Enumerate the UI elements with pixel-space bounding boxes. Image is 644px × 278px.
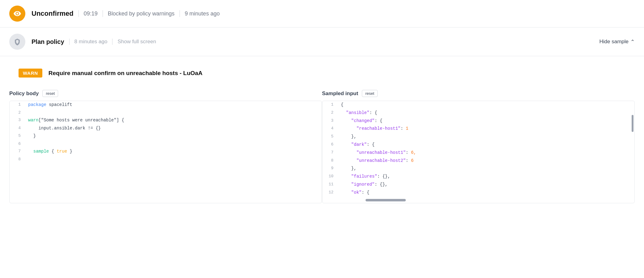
code-line-3: 3 warn["Some hosts were unreachable"] { xyxy=(10,116,322,124)
si-num-2: 2 xyxy=(322,109,338,117)
code-line-1: 1 package spacelift xyxy=(10,101,322,109)
line-num-8: 8 xyxy=(10,156,25,163)
code-line-12 xyxy=(10,187,322,195)
code-line-13 xyxy=(10,195,322,203)
si-num-10: 10 xyxy=(322,173,338,181)
line-content-11 xyxy=(25,179,322,187)
si-content-6: "dark": { xyxy=(338,141,634,149)
status-label: Unconfirmed xyxy=(32,10,74,18)
warn-badge: WARN xyxy=(19,69,42,78)
sampled-input-title: Sampled input xyxy=(322,91,358,97)
si-num-5: 5 xyxy=(322,133,338,141)
si-num-12: 12 xyxy=(322,189,338,197)
line-content-8 xyxy=(25,156,322,163)
si-num-4: 4 xyxy=(322,125,338,133)
hide-sample-label: Hide sample xyxy=(600,39,629,45)
subheader-ago: 8 minutes ago xyxy=(74,39,108,45)
si-line-10: 10 "failures": {}, xyxy=(322,173,634,181)
line-content-12 xyxy=(25,187,322,195)
policy-body-title: Policy body xyxy=(9,91,39,97)
sampled-input-reset-button[interactable]: reset xyxy=(362,90,378,97)
divider-1 xyxy=(78,10,79,17)
status-icon-orange xyxy=(9,6,25,22)
header-text: Unconfirmed 09:19 Blocked by policy warn… xyxy=(32,10,635,18)
line-content-1: package spacelift xyxy=(25,101,322,109)
code-line-9 xyxy=(10,163,322,171)
divider-2 xyxy=(103,10,103,17)
hide-sample-button[interactable]: Hide sample ⌃ xyxy=(600,39,635,45)
line-num-1: 1 xyxy=(10,101,25,109)
si-num-6: 6 xyxy=(322,141,338,149)
eye-icon xyxy=(13,10,21,18)
si-line-7: 7 "unreachable-host1": 6, xyxy=(322,149,634,157)
policy-icon xyxy=(14,38,21,45)
code-line-4: 4 input.ansible.dark != {} xyxy=(10,124,322,133)
si-content-12: "ok": { xyxy=(338,189,634,197)
policy-body-reset-button[interactable]: reset xyxy=(42,90,58,97)
si-num-9: 9 xyxy=(322,165,338,173)
vertical-scrollbar[interactable] xyxy=(632,115,633,132)
line-content-6 xyxy=(25,140,322,148)
line-content-13 xyxy=(25,195,322,203)
code-line-11 xyxy=(10,179,322,187)
warn-banner: WARN Require manual confirm on unreachab… xyxy=(9,62,635,84)
si-line-8: 8 "unreachable-host2": 6 xyxy=(322,157,634,165)
line-num-7: 7 xyxy=(10,148,25,156)
header-ago: 9 minutes ago xyxy=(185,11,220,17)
si-line-9: 9 }, xyxy=(322,165,634,173)
line-content-3: warn["Some hosts were unreachable"] { xyxy=(25,116,322,124)
si-content-4: "reachable-host1": 1 xyxy=(338,125,634,133)
si-content-5: }, xyxy=(338,133,634,141)
si-content-8: "unreachable-host2": 6 xyxy=(338,157,634,165)
line-content-2 xyxy=(25,109,322,116)
warn-text: Require manual confirm on unreachable ho… xyxy=(49,70,202,77)
si-line-5: 5 }, xyxy=(322,133,634,141)
si-content-2: "ansible": { xyxy=(338,109,634,117)
policy-body-header: Policy body reset xyxy=(9,90,322,97)
chevron-up-icon: ⌃ xyxy=(630,39,635,45)
si-content-7: "unreachable-host1": 6, xyxy=(338,149,634,157)
line-num-10 xyxy=(10,171,25,179)
line-num-12 xyxy=(10,187,25,195)
line-content-7: sample { true } xyxy=(25,148,322,156)
policy-body-panel: Policy body reset 1 package spacelift 2 … xyxy=(9,90,322,203)
subheader-title: Plan policy xyxy=(32,38,64,45)
line-content-4: input.ansible.dark != {} xyxy=(25,124,322,133)
main-content: Policy body reset 1 package spacelift 2 … xyxy=(0,90,644,213)
status-icon-gray xyxy=(9,34,25,50)
fullscreen-link[interactable]: Show full screen xyxy=(117,39,156,45)
sampled-input-header: Sampled input reset xyxy=(322,90,635,97)
header-row: Unconfirmed 09:19 Blocked by policy warn… xyxy=(0,0,644,27)
sub-divider-1 xyxy=(69,39,70,45)
code-line-7: 7 sample { true } xyxy=(10,148,322,156)
sampled-input-code: 1 { 2 "ansible": { 3 "changed": { 4 " xyxy=(322,101,635,203)
code-line-10 xyxy=(10,171,322,179)
si-line-6: 6 "dark": { xyxy=(322,141,634,149)
si-num-11: 11 xyxy=(322,181,338,189)
policy-body-code: 1 package spacelift 2 3 warn["Some hosts… xyxy=(9,101,322,203)
line-content-5: } xyxy=(25,132,322,140)
line-num-5: 5 xyxy=(10,132,25,140)
page-container: Unconfirmed 09:19 Blocked by policy warn… xyxy=(0,0,644,278)
sub-divider-2 xyxy=(112,39,112,45)
si-num-7: 7 xyxy=(322,149,338,157)
si-num-3: 3 xyxy=(322,117,338,125)
si-content-1: { xyxy=(338,101,634,109)
line-num-4: 4 xyxy=(10,124,25,133)
si-content-10: "failures": {}, xyxy=(338,173,634,181)
horizontal-scrollbar[interactable] xyxy=(366,199,406,201)
code-line-2: 2 xyxy=(10,109,322,116)
si-num-1: 1 xyxy=(322,101,338,109)
si-line-2: 2 "ansible": { xyxy=(322,109,634,117)
divider-3 xyxy=(180,10,180,17)
header-time: 09:19 xyxy=(84,11,98,17)
si-line-4: 4 "reachable-host1": 1 xyxy=(322,125,634,133)
si-content-11: "ignored": {}, xyxy=(338,181,634,189)
si-num-8: 8 xyxy=(322,157,338,165)
line-num-2: 2 xyxy=(10,109,25,116)
subheader-row: Plan policy 8 minutes ago Show full scre… xyxy=(0,27,644,56)
code-line-8: 8 xyxy=(10,156,322,163)
si-line-11: 11 "ignored": {}, xyxy=(322,181,634,189)
line-num-6: 6 xyxy=(10,140,25,148)
line-num-13 xyxy=(10,195,25,203)
